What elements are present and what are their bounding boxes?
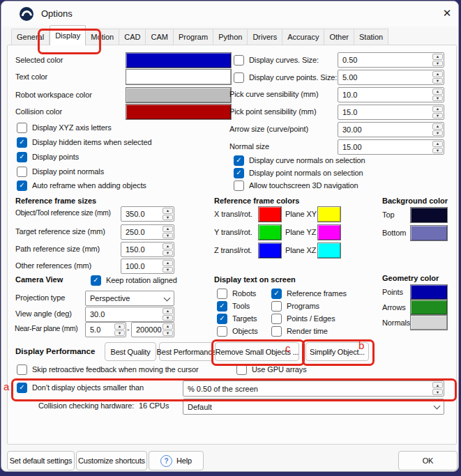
spinner[interactable]: ▲▼ <box>432 70 444 84</box>
display-curve-points-row[interactable]: Display curve points. Size: <box>234 72 337 83</box>
checkbox-checked[interactable] <box>17 383 27 393</box>
other-references-spinbox[interactable]: 100.0▲▼ <box>121 259 174 274</box>
text-objects-row[interactable]: Objects <box>217 325 258 337</box>
tab-display[interactable]: Display <box>50 25 86 45</box>
customize-shortcuts-button[interactable]: Customize shortcuts <box>76 451 147 470</box>
z-axis-color-swatch[interactable] <box>258 243 282 259</box>
pick-point-sensibility-spinbox[interactable]: 15.0▲▼ <box>338 105 444 120</box>
geometry-arrows-swatch[interactable] <box>410 300 448 315</box>
checkbox-checked[interactable] <box>234 155 244 166</box>
checkbox-checked[interactable] <box>234 168 244 178</box>
spin-down-icon[interactable]: ▼ <box>163 215 173 221</box>
spin-down-icon[interactable]: ▼ <box>432 130 443 137</box>
checkbox[interactable] <box>271 314 282 324</box>
geometry-normals-swatch[interactable] <box>410 315 448 330</box>
checkbox[interactable] <box>234 181 244 191</box>
spinner[interactable]: ▲▼ <box>162 307 174 321</box>
spin-up-icon[interactable]: ▲ <box>163 260 173 266</box>
checkbox[interactable] <box>217 289 227 299</box>
tab-cam[interactable]: CAM <box>146 29 173 45</box>
arrow-size-spinbox[interactable]: 30.00▲▼ <box>338 122 444 137</box>
spin-up-icon[interactable]: ▲ <box>432 382 443 388</box>
spinner[interactable]: ▲▼ <box>432 381 444 396</box>
keep-rotation-aligned-row[interactable]: Keep rotation aligned <box>91 275 177 286</box>
spin-down-icon[interactable]: ▼ <box>432 78 443 84</box>
normal-size-spinbox[interactable]: 15.00▲▼ <box>338 139 444 155</box>
display-xyz-letters-row[interactable]: Display XYZ axis letters <box>17 122 112 133</box>
spin-down-icon[interactable]: ▼ <box>163 233 173 239</box>
tab-general[interactable]: General <box>11 29 50 45</box>
chevron-down-icon[interactable] <box>431 399 444 414</box>
spinner[interactable]: ▲▼ <box>432 53 444 67</box>
selected-color-swatch[interactable] <box>126 52 232 68</box>
spin-up-icon[interactable]: ▲ <box>432 141 443 147</box>
plane-xy-color-swatch[interactable] <box>317 206 341 222</box>
spinner[interactable]: ▲▼ <box>432 123 444 137</box>
spinner[interactable]: ▲▼ <box>162 259 174 273</box>
tab-program[interactable]: Program <box>174 29 213 45</box>
x-axis-color-swatch[interactable] <box>258 206 282 222</box>
far-plane-spinbox[interactable]: 200000▲▼ <box>131 322 174 337</box>
set-default-settings-button[interactable]: Set default settings <box>7 451 75 470</box>
checkbox-checked[interactable] <box>17 152 27 162</box>
collision-hardware-dropdown[interactable]: Default <box>183 399 444 415</box>
y-axis-color-swatch[interactable] <box>258 224 282 240</box>
spin-up-icon[interactable]: ▲ <box>432 54 443 60</box>
text-color-swatch[interactable] <box>126 69 232 85</box>
checkbox[interactable] <box>271 326 282 337</box>
object-tool-ref-size-spinbox[interactable]: 350.0▲▼ <box>121 206 174 222</box>
tab-other[interactable]: Other <box>324 29 354 45</box>
checkbox[interactable] <box>17 167 27 177</box>
chevron-down-icon[interactable] <box>161 291 174 305</box>
spin-up-icon[interactable]: ▲ <box>432 123 443 130</box>
text-programs-row[interactable]: Programs <box>271 300 319 312</box>
display-point-normals-row[interactable]: Display point normals <box>17 166 104 177</box>
spin-up-icon[interactable]: ▲ <box>432 71 443 77</box>
spin-up-icon[interactable]: ▲ <box>432 89 443 95</box>
checkbox[interactable] <box>271 301 282 312</box>
spin-down-icon[interactable]: ▼ <box>114 330 125 337</box>
ok-button[interactable]: OK <box>398 451 458 470</box>
checkbox[interactable] <box>236 364 247 375</box>
tab-motion[interactable]: Motion <box>86 29 119 45</box>
spin-down-icon[interactable]: ▼ <box>163 315 173 321</box>
spin-up-icon[interactable]: ▲ <box>432 106 443 112</box>
display-curve-points-size-spinbox[interactable]: 5.00▲▼ <box>338 70 444 85</box>
best-performance-button[interactable]: Best Performance <box>159 342 213 361</box>
touchscreen-navigation-row[interactable]: Allow touchscreen 3D navigation <box>234 180 358 191</box>
projection-type-dropdown[interactable]: Perspective <box>85 291 174 306</box>
checkbox[interactable] <box>234 55 244 66</box>
text-tools-row[interactable]: Tools <box>217 300 250 312</box>
spin-down-icon[interactable]: ▼ <box>432 148 443 154</box>
spinner[interactable]: ▲▼ <box>432 88 444 102</box>
spin-down-icon[interactable]: ▼ <box>432 95 443 102</box>
target-ref-size-spinbox[interactable]: 250.0▲▼ <box>121 224 174 240</box>
point-normals-selection-row[interactable]: Display point normals on selection <box>234 167 363 178</box>
spin-down-icon[interactable]: ▼ <box>432 61 443 67</box>
pick-curve-sensibility-spinbox[interactable]: 10.0▲▼ <box>338 87 444 102</box>
spinner[interactable]: ▲▼ <box>162 323 174 337</box>
curve-normals-selection-row[interactable]: Display curve normals on selection <box>234 155 365 166</box>
tab-python[interactable]: Python <box>213 29 248 45</box>
spin-down-icon[interactable]: ▼ <box>432 113 443 119</box>
text-reference-frames-row[interactable]: Reference frames <box>271 288 347 299</box>
dont-display-small-objects-row[interactable]: Don't display objects smaller than <box>17 382 144 393</box>
spin-down-icon[interactable]: ▼ <box>163 267 173 273</box>
view-angle-spinbox[interactable]: 30.0▲▼ <box>85 307 174 322</box>
path-ref-size-spinbox[interactable]: 150.0▲▼ <box>121 242 174 257</box>
use-gpu-arrays-row[interactable]: Use GPU arrays <box>236 364 307 375</box>
text-points-edges-row[interactable]: Points / Edges <box>271 313 335 324</box>
plane-yz-color-swatch[interactable] <box>317 224 341 240</box>
display-hidden-items-row[interactable]: Display hidden items when selected <box>17 137 151 148</box>
text-robots-row[interactable]: Robots <box>217 288 256 299</box>
display-curves-size-spinbox[interactable]: 0.50▲▼ <box>338 52 444 68</box>
spin-up-icon[interactable]: ▲ <box>163 243 173 249</box>
spin-up-icon[interactable]: ▲ <box>163 308 173 314</box>
small-objects-threshold-spinbox[interactable]: % 0.50 of the screen▲▼ <box>183 381 444 397</box>
robot-workspace-color-swatch[interactable] <box>126 87 232 103</box>
spin-down-icon[interactable]: ▼ <box>432 389 443 395</box>
tab-accuracy[interactable]: Accuracy <box>282 29 324 45</box>
spinner[interactable]: ▲▼ <box>162 225 174 239</box>
tab-drivers[interactable]: Drivers <box>248 29 282 45</box>
help-button[interactable]: ?Help <box>149 451 204 470</box>
